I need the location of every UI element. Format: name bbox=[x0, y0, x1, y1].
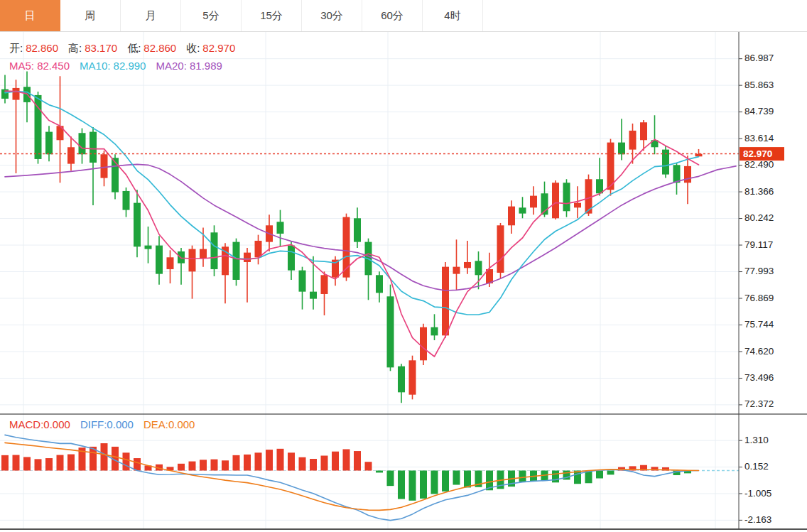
candle[interactable] bbox=[123, 188, 130, 217]
candle[interactable] bbox=[662, 146, 669, 178]
macd-bar[interactable] bbox=[442, 471, 449, 492]
candle[interactable] bbox=[90, 127, 97, 205]
candle[interactable] bbox=[563, 179, 570, 217]
macd-bar[interactable] bbox=[178, 464, 185, 471]
macd-bar[interactable] bbox=[464, 471, 471, 488]
candle[interactable] bbox=[673, 163, 681, 195]
candle[interactable] bbox=[200, 228, 207, 267]
macd-bar[interactable] bbox=[376, 471, 383, 473]
candle[interactable] bbox=[112, 154, 119, 199]
tab-day[interactable]: 日 bbox=[0, 0, 60, 31]
candle[interactable] bbox=[398, 364, 405, 403]
macd-bar[interactable] bbox=[277, 449, 284, 471]
trading-chart-app: 日周月5分15分30分60分4时 86.98785.86384.73983.61… bbox=[0, 0, 807, 532]
macd-bar[interactable] bbox=[189, 462, 196, 471]
macd-bar[interactable] bbox=[23, 457, 31, 470]
candle[interactable] bbox=[519, 197, 526, 218]
macd-bar[interactable] bbox=[354, 451, 361, 470]
candle[interactable] bbox=[332, 256, 339, 286]
candle[interactable] bbox=[431, 314, 438, 340]
macd-bar[interactable] bbox=[35, 459, 42, 470]
candle[interactable] bbox=[365, 239, 372, 300]
candle[interactable] bbox=[552, 180, 559, 219]
macd-bar[interactable] bbox=[343, 449, 350, 470]
candle[interactable] bbox=[211, 225, 218, 276]
candle[interactable] bbox=[35, 92, 42, 164]
macd-bar[interactable] bbox=[409, 471, 416, 501]
macd-bar[interactable] bbox=[574, 471, 581, 484]
candle[interactable] bbox=[464, 241, 471, 274]
candle[interactable] bbox=[530, 186, 537, 215]
candle[interactable] bbox=[409, 356, 416, 400]
macd-bar[interactable] bbox=[310, 459, 317, 470]
macd-bar[interactable] bbox=[101, 443, 108, 470]
macd-bar[interactable] bbox=[607, 471, 614, 475]
tab-5min[interactable]: 5分 bbox=[181, 0, 242, 31]
candle[interactable] bbox=[508, 200, 515, 234]
macd-bar[interactable] bbox=[1, 455, 9, 471]
macd-bar[interactable] bbox=[233, 455, 240, 471]
macd-bar[interactable] bbox=[431, 471, 438, 494]
candle[interactable] bbox=[376, 271, 383, 302]
macd-bar[interactable] bbox=[321, 456, 328, 471]
candle[interactable] bbox=[255, 235, 262, 265]
macd-bar[interactable] bbox=[45, 458, 53, 470]
macd-bar[interactable] bbox=[519, 471, 526, 482]
candle[interactable] bbox=[244, 248, 251, 303]
candle[interactable] bbox=[167, 250, 174, 283]
macd-bar[interactable] bbox=[67, 455, 75, 471]
macd-bar[interactable] bbox=[288, 452, 295, 470]
candle[interactable] bbox=[596, 158, 603, 195]
candle[interactable] bbox=[321, 271, 328, 315]
candle[interactable] bbox=[233, 239, 240, 286]
candle[interactable] bbox=[453, 239, 460, 291]
tab-month[interactable]: 月 bbox=[121, 0, 181, 31]
macd-bar[interactable] bbox=[398, 471, 405, 499]
candle[interactable] bbox=[651, 115, 659, 154]
macd-bar[interactable] bbox=[552, 471, 559, 483]
candle[interactable] bbox=[1, 75, 9, 104]
macd-bar[interactable] bbox=[200, 460, 207, 470]
macd-bar[interactable] bbox=[57, 455, 64, 471]
macd-bar[interactable] bbox=[365, 462, 372, 470]
gridlines bbox=[0, 32, 739, 529]
tab-4hour[interactable]: 4时 bbox=[423, 0, 483, 31]
candle[interactable] bbox=[299, 267, 306, 310]
candle[interactable] bbox=[497, 223, 504, 278]
macd-bar[interactable] bbox=[266, 450, 273, 470]
macd-bar[interactable] bbox=[222, 460, 229, 470]
candlestick-chart-svg[interactable]: 86.98785.86384.73983.61482.49081.36680.2… bbox=[0, 0, 807, 532]
candle[interactable] bbox=[13, 80, 20, 173]
macd-bar[interactable] bbox=[420, 471, 427, 499]
candle[interactable] bbox=[101, 151, 108, 186]
candle[interactable] bbox=[387, 285, 394, 371]
macd-bar[interactable] bbox=[387, 471, 394, 487]
candle[interactable] bbox=[134, 190, 141, 257]
candle[interactable] bbox=[354, 207, 361, 248]
macd-bar[interactable] bbox=[123, 452, 130, 470]
macd-bar[interactable] bbox=[453, 471, 460, 485]
candle[interactable] bbox=[178, 248, 185, 285]
ma10-value: MA10: 82.990 bbox=[80, 60, 146, 72]
macd-bar[interactable] bbox=[299, 457, 306, 471]
tab-week[interactable]: 周 bbox=[60, 0, 121, 31]
macd-bar[interactable] bbox=[134, 458, 141, 470]
tab-15min[interactable]: 15分 bbox=[242, 0, 302, 31]
candle[interactable] bbox=[222, 243, 229, 303]
tab-60min[interactable]: 60分 bbox=[362, 0, 423, 31]
macd-bar[interactable] bbox=[596, 471, 603, 479]
candle[interactable] bbox=[695, 149, 703, 156]
candle[interactable] bbox=[277, 210, 284, 247]
candle[interactable] bbox=[156, 236, 163, 284]
macd-bar[interactable] bbox=[255, 452, 262, 470]
tab-30min[interactable]: 30分 bbox=[302, 0, 362, 31]
macd-bar[interactable] bbox=[332, 452, 339, 471]
macd-bar[interactable] bbox=[13, 455, 20, 471]
candle[interactable] bbox=[189, 246, 196, 299]
chart-area[interactable]: 86.98785.86384.73983.61482.49081.36680.2… bbox=[0, 0, 807, 532]
macd-bar[interactable] bbox=[244, 455, 251, 471]
candle[interactable] bbox=[442, 262, 449, 338]
macd-bar[interactable] bbox=[211, 460, 218, 471]
candle[interactable] bbox=[45, 126, 53, 161]
candle[interactable] bbox=[420, 324, 427, 365]
